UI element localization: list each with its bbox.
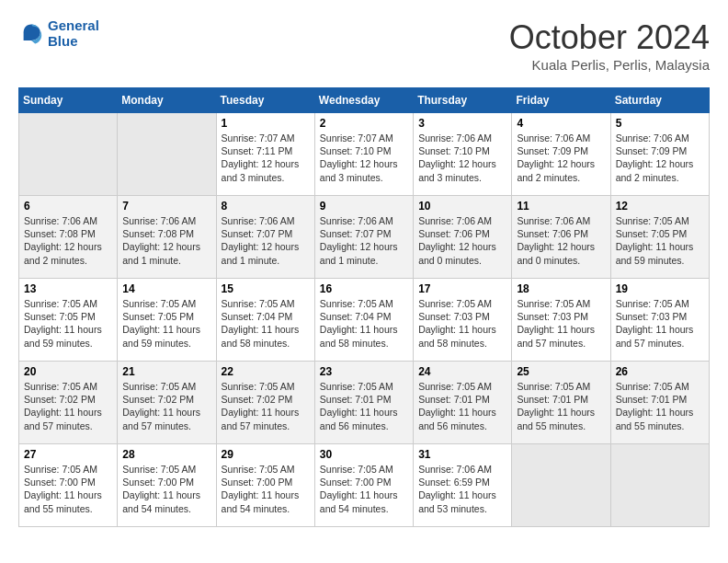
day-number: 6 xyxy=(24,200,112,213)
calendar-cell: 17Sunrise: 7:05 AM Sunset: 7:03 PM Dayli… xyxy=(414,279,512,362)
calendar-cell: 31Sunrise: 7:06 AM Sunset: 6:59 PM Dayli… xyxy=(414,444,512,527)
day-info: Sunrise: 7:05 AM Sunset: 7:01 PM Dayligh… xyxy=(320,380,408,432)
day-header-tuesday: Tuesday xyxy=(216,88,314,113)
day-header-wednesday: Wednesday xyxy=(314,88,413,113)
day-info: Sunrise: 7:05 AM Sunset: 7:03 PM Dayligh… xyxy=(517,297,605,350)
day-header-friday: Friday xyxy=(512,88,610,113)
day-info: Sunrise: 7:06 AM Sunset: 7:10 PM Dayligh… xyxy=(418,132,506,184)
day-number: 20 xyxy=(24,365,112,378)
day-info: Sunrise: 7:05 AM Sunset: 7:01 PM Dayligh… xyxy=(418,380,506,432)
day-header-thursday: Thursday xyxy=(414,88,512,113)
calendar-cell: 5Sunrise: 7:06 AM Sunset: 7:09 PM Daylig… xyxy=(610,113,709,196)
day-info: Sunrise: 7:05 AM Sunset: 7:04 PM Dayligh… xyxy=(320,297,408,350)
day-number: 26 xyxy=(616,365,704,378)
day-number: 27 xyxy=(24,448,112,461)
calendar-cell: 7Sunrise: 7:06 AM Sunset: 7:08 PM Daylig… xyxy=(118,196,216,279)
calendar-cell: 3Sunrise: 7:06 AM Sunset: 7:10 PM Daylig… xyxy=(414,113,512,196)
day-info: Sunrise: 7:05 AM Sunset: 7:04 PM Dayligh… xyxy=(222,297,310,350)
day-info: Sunrise: 7:05 AM Sunset: 7:00 PM Dayligh… xyxy=(122,463,210,515)
day-info: Sunrise: 7:05 AM Sunset: 7:02 PM Dayligh… xyxy=(24,380,112,432)
calendar-cell: 14Sunrise: 7:05 AM Sunset: 7:05 PM Dayli… xyxy=(118,279,216,362)
day-number: 24 xyxy=(418,365,506,378)
day-info: Sunrise: 7:05 AM Sunset: 7:03 PM Dayligh… xyxy=(418,297,506,350)
day-info: Sunrise: 7:06 AM Sunset: 7:09 PM Dayligh… xyxy=(616,132,704,184)
day-info: Sunrise: 7:05 AM Sunset: 7:02 PM Dayligh… xyxy=(222,380,310,432)
calendar-cell: 19Sunrise: 7:05 AM Sunset: 7:03 PM Dayli… xyxy=(610,279,709,362)
day-header-saturday: Saturday xyxy=(610,88,709,113)
calendar-cell: 27Sunrise: 7:05 AM Sunset: 7:00 PM Dayli… xyxy=(19,444,118,527)
day-number: 7 xyxy=(122,200,210,213)
day-info: Sunrise: 7:06 AM Sunset: 7:06 PM Dayligh… xyxy=(418,214,506,267)
day-number: 10 xyxy=(418,200,506,213)
calendar-cell: 4Sunrise: 7:06 AM Sunset: 7:09 PM Daylig… xyxy=(512,113,610,196)
calendar-cell: 18Sunrise: 7:05 AM Sunset: 7:03 PM Dayli… xyxy=(512,279,610,362)
calendar-cell: 28Sunrise: 7:05 AM Sunset: 7:00 PM Dayli… xyxy=(118,444,216,527)
day-number: 29 xyxy=(222,448,310,461)
day-number: 2 xyxy=(320,117,408,130)
day-number: 21 xyxy=(122,365,210,378)
calendar-cell: 25Sunrise: 7:05 AM Sunset: 7:01 PM Dayli… xyxy=(512,362,610,444)
day-info: Sunrise: 7:05 AM Sunset: 7:05 PM Dayligh… xyxy=(122,297,210,350)
month-title: October 2024 xyxy=(509,18,710,57)
day-info: Sunrise: 7:06 AM Sunset: 7:08 PM Dayligh… xyxy=(24,214,112,267)
day-info: Sunrise: 7:05 AM Sunset: 7:00 PM Dayligh… xyxy=(320,463,408,515)
day-number: 19 xyxy=(616,282,704,295)
week-row-4: 20Sunrise: 7:05 AM Sunset: 7:02 PM Dayli… xyxy=(19,362,710,444)
calendar-header: SundayMondayTuesdayWednesdayThursdayFrid… xyxy=(19,88,710,113)
day-number: 12 xyxy=(616,200,704,213)
calendar-body: 1Sunrise: 7:07 AM Sunset: 7:11 PM Daylig… xyxy=(19,113,710,527)
logo-text: General Blue xyxy=(48,18,99,49)
day-header-monday: Monday xyxy=(118,88,216,113)
calendar-cell: 22Sunrise: 7:05 AM Sunset: 7:02 PM Dayli… xyxy=(216,362,314,444)
day-number: 17 xyxy=(418,282,506,295)
day-info: Sunrise: 7:05 AM Sunset: 7:03 PM Dayligh… xyxy=(616,297,704,350)
day-number: 3 xyxy=(418,117,506,130)
day-number: 28 xyxy=(122,448,210,461)
day-info: Sunrise: 7:05 AM Sunset: 7:00 PM Dayligh… xyxy=(24,463,112,515)
calendar-cell: 1Sunrise: 7:07 AM Sunset: 7:11 PM Daylig… xyxy=(216,113,314,196)
day-number: 31 xyxy=(418,448,506,461)
day-info: Sunrise: 7:06 AM Sunset: 7:06 PM Dayligh… xyxy=(517,214,605,267)
calendar-table: SundayMondayTuesdayWednesdayThursdayFrid… xyxy=(18,87,710,527)
calendar-cell: 29Sunrise: 7:05 AM Sunset: 7:00 PM Dayli… xyxy=(216,444,314,527)
day-info: Sunrise: 7:07 AM Sunset: 7:11 PM Dayligh… xyxy=(222,132,310,184)
calendar-cell: 8Sunrise: 7:06 AM Sunset: 7:07 PM Daylig… xyxy=(216,196,314,279)
day-number: 25 xyxy=(517,365,605,378)
day-number: 22 xyxy=(222,365,310,378)
calendar-cell: 6Sunrise: 7:06 AM Sunset: 7:08 PM Daylig… xyxy=(19,196,118,279)
day-number: 1 xyxy=(222,117,310,130)
day-number: 9 xyxy=(320,200,408,213)
day-info: Sunrise: 7:07 AM Sunset: 7:10 PM Dayligh… xyxy=(320,132,408,184)
calendar-cell: 13Sunrise: 7:05 AM Sunset: 7:05 PM Dayli… xyxy=(19,279,118,362)
day-info: Sunrise: 7:06 AM Sunset: 7:07 PM Dayligh… xyxy=(320,214,408,267)
calendar-cell: 26Sunrise: 7:05 AM Sunset: 7:01 PM Dayli… xyxy=(610,362,709,444)
calendar-cell: 12Sunrise: 7:05 AM Sunset: 7:05 PM Dayli… xyxy=(610,196,709,279)
calendar-cell: 16Sunrise: 7:05 AM Sunset: 7:04 PM Dayli… xyxy=(314,279,413,362)
week-row-1: 1Sunrise: 7:07 AM Sunset: 7:11 PM Daylig… xyxy=(19,113,710,196)
day-number: 13 xyxy=(24,282,112,295)
day-number: 15 xyxy=(222,282,310,295)
day-info: Sunrise: 7:06 AM Sunset: 7:08 PM Dayligh… xyxy=(122,214,210,267)
day-info: Sunrise: 7:05 AM Sunset: 7:05 PM Dayligh… xyxy=(616,214,704,267)
location: Kuala Perlis, Perlis, Malaysia xyxy=(509,57,710,73)
week-row-5: 27Sunrise: 7:05 AM Sunset: 7:00 PM Dayli… xyxy=(19,444,710,527)
day-number: 5 xyxy=(616,117,704,130)
calendar-cell: 9Sunrise: 7:06 AM Sunset: 7:07 PM Daylig… xyxy=(314,196,413,279)
day-info: Sunrise: 7:06 AM Sunset: 7:07 PM Dayligh… xyxy=(222,214,310,267)
page-header: General Blue October 2024 Kuala Perlis, … xyxy=(18,18,710,73)
day-number: 30 xyxy=(320,448,408,461)
day-number: 14 xyxy=(122,282,210,295)
day-info: Sunrise: 7:05 AM Sunset: 7:01 PM Dayligh… xyxy=(517,380,605,432)
day-info: Sunrise: 7:05 AM Sunset: 7:05 PM Dayligh… xyxy=(24,297,112,350)
calendar-cell: 11Sunrise: 7:06 AM Sunset: 7:06 PM Dayli… xyxy=(512,196,610,279)
calendar-cell: 24Sunrise: 7:05 AM Sunset: 7:01 PM Dayli… xyxy=(414,362,512,444)
day-number: 16 xyxy=(320,282,408,295)
calendar-cell: 20Sunrise: 7:05 AM Sunset: 7:02 PM Dayli… xyxy=(19,362,118,444)
day-info: Sunrise: 7:05 AM Sunset: 7:02 PM Dayligh… xyxy=(122,380,210,432)
day-info: Sunrise: 7:06 AM Sunset: 7:09 PM Dayligh… xyxy=(517,132,605,184)
calendar-cell: 21Sunrise: 7:05 AM Sunset: 7:02 PM Dayli… xyxy=(118,362,216,444)
calendar-cell xyxy=(19,113,118,196)
calendar-cell: 30Sunrise: 7:05 AM Sunset: 7:00 PM Dayli… xyxy=(314,444,413,527)
calendar-cell xyxy=(512,444,610,527)
day-info: Sunrise: 7:06 AM Sunset: 6:59 PM Dayligh… xyxy=(418,463,506,515)
